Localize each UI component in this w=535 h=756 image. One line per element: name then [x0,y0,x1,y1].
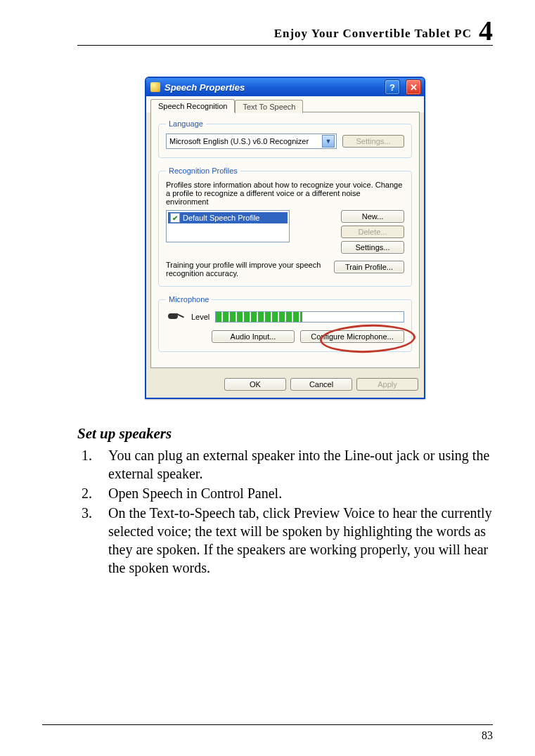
page-header-title: Enjoy Your Convertible Tablet PC [274,27,472,41]
profile-item-label: Default Speech Profile [183,214,259,222]
profile-listbox[interactable]: ✔ Default Speech Profile [166,210,290,242]
recognition-profiles-group: Recognition Profiles Profiles store info… [158,167,412,287]
level-label: Level [191,313,210,321]
step-1: You can plug an external speaker into th… [96,446,493,483]
profiles-description: Profiles store information about how to … [166,181,404,206]
microphone-group: Microphone Level Audio Input... Configur… [158,295,412,352]
configure-microphone-button[interactable]: Configure Microphone... [300,330,404,343]
language-legend: Language [166,119,206,128]
checkbox-icon: ✔ [170,213,180,223]
tabstrip: Speech Recognition Text To Speech [146,96,424,112]
dialog-title: Speech Properties [165,82,379,93]
microphone-legend: Microphone [166,295,212,304]
training-description: Training your profile will improve your … [166,261,328,278]
tab-panel: Language Microsoft English (U.S.) v6.0 R… [150,112,420,368]
chevron-down-icon[interactable]: ▼ [322,135,335,148]
microphone-icon [166,309,186,325]
close-button[interactable]: ✕ [406,79,421,95]
profiles-legend: Recognition Profiles [166,167,240,175]
section-heading: Set up speakers [77,424,493,443]
tab-text-to-speech[interactable]: Text To Speech [235,100,303,113]
profile-item-default[interactable]: ✔ Default Speech Profile [168,212,288,223]
tab-speech-recognition[interactable]: Speech Recognition [150,99,235,112]
step-3: On the Text-to-Speech tab, click Preview… [96,504,493,577]
speech-properties-dialog: Speech Properties ? ✕ Speech Recognition… [145,77,425,399]
page-number: 83 [42,725,493,742]
language-combo-value: Microsoft English (U.S.) v6.0 Recognizer [169,137,309,145]
step-2: Open Speech in Control Panel. [96,484,493,502]
app-icon [150,82,160,92]
ok-button[interactable]: OK [224,378,286,391]
titlebar: Speech Properties ? ✕ [146,78,424,96]
delete-profile-button: Delete... [341,226,404,238]
dialog-action-row: OK Cancel Apply [146,372,424,398]
language-settings-button: Settings... [342,135,404,148]
mic-level-fill [216,312,302,322]
mic-level-meter [215,311,404,322]
cancel-button[interactable]: Cancel [290,378,352,391]
language-combo[interactable]: Microsoft English (U.S.) v6.0 Recognizer… [166,133,337,149]
chapter-number: 4 [479,17,493,45]
new-profile-button[interactable]: New... [341,210,404,223]
apply-button: Apply [356,378,418,391]
language-group: Language Microsoft English (U.S.) v6.0 R… [158,119,412,158]
train-profile-button[interactable]: Train Profile... [334,261,404,273]
help-button[interactable]: ? [385,79,400,95]
header-rule [77,45,493,46]
steps-list: You can plug an external speaker into th… [77,446,493,577]
audio-input-button[interactable]: Audio Input... [212,330,295,343]
profile-settings-button[interactable]: Settings... [341,241,404,254]
